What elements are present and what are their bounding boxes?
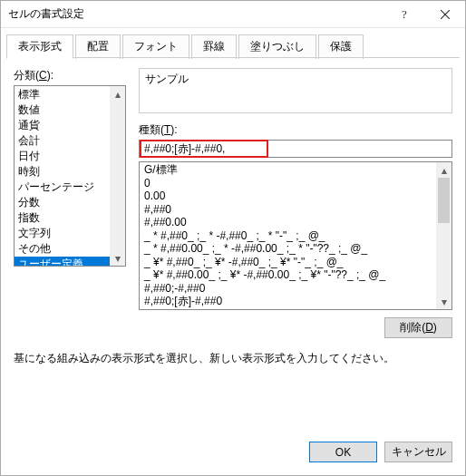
list-item[interactable]: #,##0;[赤]-#,##0 — [141, 295, 434, 308]
delete-button[interactable]: 削除(D) — [384, 317, 452, 338]
list-item[interactable]: _ ¥* #,##0_ ;_ ¥* -#,##0_ ;_ ¥* "-"_ ;_ … — [141, 256, 434, 269]
scroll-down-icon[interactable]: ▾ — [436, 294, 451, 309]
list-item[interactable]: 通貨 — [15, 118, 110, 133]
list-item[interactable]: 標準 — [15, 87, 110, 102]
list-item[interactable]: #,##0 — [141, 203, 434, 217]
scrollbar[interactable]: ▴ ▾ — [436, 162, 451, 309]
list-item[interactable]: 0 — [141, 177, 434, 190]
scroll-thumb[interactable] — [438, 178, 450, 223]
list-item[interactable]: _ * #,##0.00_ ;_ * -#,##0.00_ ;_ * "-"??… — [141, 242, 434, 256]
list-item[interactable]: 0.00 — [141, 189, 434, 203]
titlebar: セルの書式設定 ? — [1, 1, 465, 28]
scrollbar[interactable]: ▴ ▾ — [110, 86, 125, 266]
list-item[interactable]: 分数 — [15, 195, 110, 210]
cancel-button[interactable]: キャンセル — [384, 442, 452, 462]
type-highlight — [140, 140, 268, 158]
ok-button[interactable]: OK — [309, 442, 377, 462]
tab-strip: 表示形式配置フォント罫線塗りつぶし保護 — [1, 28, 465, 58]
list-item[interactable]: 文字列 — [15, 226, 110, 241]
hint-text: 基になる組み込みの表示形式を選択し、新しい表示形式を入力してください。 — [14, 351, 452, 366]
list-item[interactable]: #,##0.00 — [141, 216, 434, 229]
list-item[interactable]: #,##0;-#,##0 — [141, 282, 434, 296]
list-item[interactable]: その他 — [15, 241, 110, 257]
tab-0[interactable]: 表示形式 — [6, 34, 73, 59]
list-item[interactable]: _ * #,##0_ ;_ * -#,##0_ ;_ * "-"_ ;_ @_ — [141, 229, 434, 243]
list-item[interactable]: _ ¥* #,##0.00_ ;_ ¥* -#,##0.00_ ;_ ¥* "-… — [141, 268, 434, 282]
close-button[interactable] — [424, 1, 465, 27]
tab-2[interactable]: フォント — [122, 34, 189, 59]
list-item[interactable]: 会計 — [15, 133, 110, 149]
list-item[interactable]: 日付 — [15, 149, 110, 164]
list-item[interactable]: 指数 — [15, 210, 110, 226]
tab-4[interactable]: 塗りつぶし — [238, 34, 316, 59]
list-item[interactable]: G/標準 — [141, 163, 434, 177]
category-listbox[interactable]: 標準数値通貨会計日付時刻パーセンテージ分数指数文字列その他ユーザー定義 ▴ ▾ — [14, 85, 126, 267]
type-input[interactable] — [141, 141, 267, 156]
list-item[interactable]: ユーザー定義 — [15, 257, 110, 267]
sample-box: サンプル — [139, 68, 452, 113]
category-label: 分類(C): — [14, 68, 126, 83]
tab-1[interactable]: 配置 — [75, 34, 121, 59]
list-item[interactable]: 数値 — [15, 102, 110, 118]
scroll-down-icon[interactable]: ▾ — [110, 250, 125, 266]
svg-text:?: ? — [402, 8, 407, 21]
scroll-up-icon[interactable]: ▴ — [110, 86, 125, 102]
window-title: セルの書式設定 — [8, 6, 383, 22]
tab-3[interactable]: 罫線 — [191, 34, 237, 59]
tab-5[interactable]: 保護 — [318, 34, 364, 59]
list-item[interactable]: パーセンテージ — [15, 180, 110, 195]
type-label: 種類(T): — [139, 122, 452, 138]
list-item[interactable]: 時刻 — [15, 164, 110, 180]
type-input-row — [139, 140, 452, 158]
formats-listbox[interactable]: G/標準00.00#,##0#,##0.00_ * #,##0_ ;_ * -#… — [139, 161, 452, 310]
help-button[interactable]: ? — [383, 1, 424, 27]
dialog-footer: OK キャンセル — [1, 432, 465, 475]
dialog-window: セルの書式設定 ? 表示形式配置フォント罫線塗りつぶし保護 分類(C): 標準数… — [0, 0, 466, 476]
scroll-up-icon[interactable]: ▴ — [436, 162, 451, 178]
sample-label: サンプル — [145, 72, 446, 87]
